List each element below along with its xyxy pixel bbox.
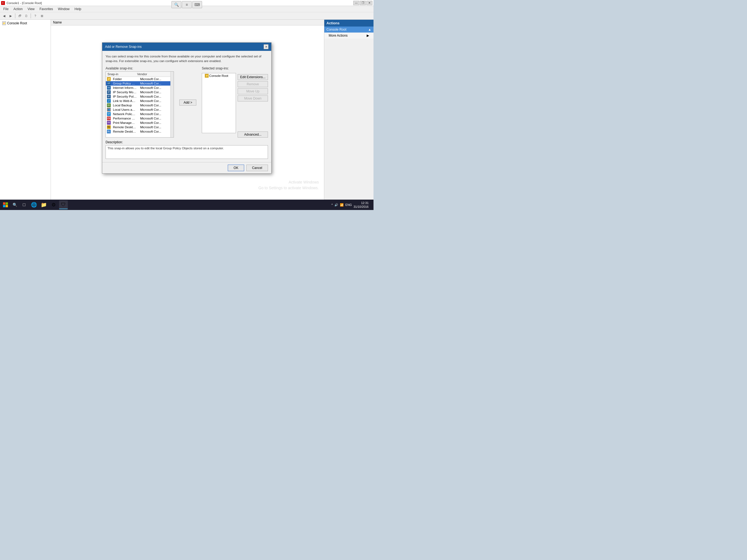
tree-panel: 📁 Console Root	[0, 20, 51, 201]
taskbar-search-button[interactable]: 🔍	[11, 201, 19, 209]
new-window-button[interactable]: 🗗	[17, 13, 23, 19]
window-title: Console1 - [Console Root]	[6, 1, 42, 5]
list-item[interactable]: NP Network Policy Server Microsoft Cor..…	[106, 112, 170, 116]
snapin-vendor: Microsoft Cor...	[138, 99, 170, 103]
snapin-icon: 🔗	[107, 99, 111, 103]
snapin-name: Local Backup	[111, 103, 138, 107]
svg-rect-0	[3, 202, 5, 205]
prop-button[interactable]: ⊞	[39, 13, 45, 19]
help-button[interactable]: ?	[32, 13, 38, 19]
menu-action[interactable]: Action	[11, 6, 25, 11]
menu-file[interactable]: File	[1, 6, 11, 11]
minimize-button[interactable]: —	[353, 1, 359, 5]
more-actions-item[interactable]: More Actions ▶	[324, 32, 374, 39]
menu-help[interactable]: Help	[73, 6, 84, 11]
taskbar: 🔍 □ 🌐 📁 ⚙ 🛡 ^ 🔊 📶 ENG 12:31 31/10/2016	[0, 200, 374, 210]
tray-date: 31/10/2016	[354, 205, 368, 209]
list-item[interactable]: IP IP Security Policy M... Microsoft Cor…	[106, 94, 170, 99]
list-item[interactable]: PR Print Management Microsoft Cor...	[106, 121, 170, 125]
back-button[interactable]: ◀	[1, 13, 7, 19]
restore-button[interactable]: ❐	[360, 1, 366, 5]
close-button[interactable]: ✕	[366, 1, 372, 5]
selected-item[interactable]: 📁 Console Root	[202, 73, 236, 78]
list-item[interactable]: PM Performance Monitor Microsoft Cor...	[106, 116, 170, 121]
forward-button[interactable]: ▶	[8, 13, 14, 19]
snapin-name: Group Policy Object ...	[111, 81, 138, 85]
cancel-button[interactable]: Cancel	[247, 164, 268, 171]
snapin-vendor: Microsoft Cor...	[138, 125, 170, 129]
lang-indicator[interactable]: ENG	[345, 203, 352, 206]
start-button[interactable]	[1, 200, 10, 209]
list-item[interactable]: IP IP Security Monitor Microsoft Cor...	[106, 90, 170, 94]
snapin-name: Local Users and Gro...	[111, 107, 138, 112]
add-remove-snapins-dialog: Add or Remove Snap-ins ✕ You can select …	[102, 42, 272, 173]
menu-button[interactable]: ≡	[182, 1, 192, 8]
tray-datetime[interactable]: 12:31 31/10/2016	[354, 201, 368, 209]
svg-rect-1	[6, 202, 8, 205]
taskbar-settings-app[interactable]: ⚙	[49, 200, 58, 209]
chevron-up-icon: ▲	[368, 28, 371, 31]
snapin-vendor: Microsoft Cor...	[138, 77, 170, 81]
snapin-vendor: Microsoft Cor...	[138, 116, 170, 121]
search-button[interactable]: 🔍	[172, 1, 181, 8]
list-item[interactable]: 🔗 Link to Web Address Microsoft Cor...	[106, 99, 170, 103]
snapin-icon: NP	[107, 112, 111, 116]
menu-window[interactable]: Window	[56, 6, 72, 11]
snapin-name: Network Policy Server	[111, 112, 138, 116]
taskbar-tray: ^ 🔊 📶 ENG 12:31 31/10/2016	[331, 201, 372, 209]
name-column-header: Name	[53, 21, 62, 24]
snapin-name: Performance Monitor	[111, 116, 138, 121]
taskbar-mmc-app[interactable]: 🛡	[59, 200, 68, 209]
volume-icon[interactable]: 🔊	[334, 203, 338, 207]
center-panel-header: Name	[51, 20, 324, 25]
list-header: Snap-in Vendor	[106, 72, 170, 77]
scrollbar[interactable]	[170, 72, 174, 137]
list-item[interactable]: 📁 Folder Microsoft Cor...	[106, 77, 170, 81]
advanced-button[interactable]: Advanced...	[238, 131, 268, 137]
list-item[interactable]: RL Remote Desktop Lic... Microsoft Cor..…	[106, 129, 170, 134]
menu-view[interactable]: View	[25, 6, 37, 11]
list-item[interactable]: BK Local Backup Microsoft Cor...	[106, 103, 170, 107]
selected-snapins-list[interactable]: 📁 Console Root	[202, 73, 236, 133]
snapin-vendor: Microsoft Cor...	[138, 107, 170, 112]
snapin-icon: PM	[107, 117, 111, 120]
new-taskpad-button[interactable]: 🗋	[23, 13, 29, 19]
svg-rect-3	[6, 205, 8, 207]
snapin-name: IP Security Monitor	[111, 90, 138, 94]
list-item[interactable]: IIS Internet Informatio... Microsoft Cor…	[106, 85, 170, 90]
available-snapins-area: Available snap-ins: Snap-in Vendor 📁 Fol…	[106, 67, 174, 137]
dialog-close-button[interactable]: ✕	[264, 44, 268, 49]
actions-console-root[interactable]: Console Root ▲	[324, 27, 374, 32]
folder-icon: 📁	[205, 74, 209, 78]
snapin-vendor: Microsoft Cor...	[138, 121, 170, 125]
edit-extensions-button[interactable]: Edit Extensions...	[238, 74, 268, 80]
snapin-vendor: Microsoft Cor...	[138, 85, 170, 90]
list-item[interactable]: RD Remote Desktop Ga... Microsoft Cor...	[106, 125, 170, 129]
snapin-icon: 👥	[107, 108, 111, 111]
add-button-area: Add >	[177, 67, 199, 137]
more-actions-label: More Actions	[329, 34, 347, 37]
selected-item-label: Console Root	[209, 74, 228, 77]
snapin-icon: BK	[107, 103, 111, 107]
taskbar-ie-app[interactable]: 🌐	[29, 200, 38, 209]
task-view-button[interactable]: □	[20, 200, 28, 209]
move-down-button[interactable]: Move Down	[238, 96, 268, 101]
ok-button[interactable]: OK	[228, 164, 244, 171]
snapin-icon: 📁	[107, 77, 111, 81]
move-up-button[interactable]: Move Up	[238, 88, 268, 94]
tray-expand-icon[interactable]: ^	[331, 203, 333, 206]
list-item[interactable]: GP Group Policy Object ... Microsoft Cor…	[106, 81, 170, 85]
network-icon[interactable]: 📶	[340, 203, 344, 207]
menu-favorites[interactable]: Favorites	[37, 6, 55, 11]
snapin-name: Print Management	[111, 121, 138, 125]
tree-item-console-root[interactable]: 📁 Console Root	[1, 21, 50, 26]
remove-button[interactable]: Remove	[238, 81, 268, 87]
chevron-right-icon: ▶	[367, 34, 369, 37]
actions-header: Actions	[324, 20, 374, 27]
action-buttons: Edit Extensions... Remove Move Up Move D…	[238, 73, 268, 137]
taskbar-explorer-app[interactable]: 📁	[40, 200, 48, 209]
list-item[interactable]: 👥 Local Users and Gro... Microsoft Cor..…	[106, 107, 170, 112]
keyboard-button[interactable]: ⌨	[192, 1, 202, 8]
available-snapins-list[interactable]: Snap-in Vendor 📁 Folder Microsoft Cor...	[106, 72, 170, 137]
add-button[interactable]: Add >	[179, 100, 196, 105]
